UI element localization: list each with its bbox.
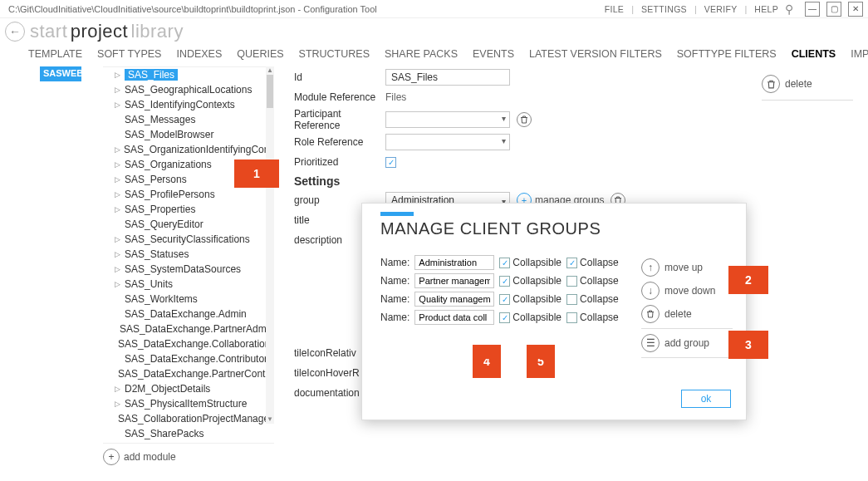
crumb-project[interactable]: project [71, 21, 129, 42]
expand-icon[interactable]: ▷ [115, 145, 120, 154]
tab-indexes[interactable]: INDEXES [176, 48, 222, 60]
tab-template[interactable]: TEMPLATE [28, 48, 82, 60]
tree-item-label: SAS_OrganizationIdentifyingContexts [124, 144, 274, 155]
tree-item[interactable]: SAS_SharePacks [103, 426, 274, 441]
tree-item[interactable]: SAS_Messages [103, 112, 274, 127]
tree-item[interactable]: ▷SAS_IdentifyingContexts [103, 97, 274, 112]
pin-icon[interactable]: ⚲ [785, 2, 793, 16]
tree-item[interactable]: ▷SAS_GeographicalLocations [103, 82, 274, 97]
callout-5: 5 [527, 345, 555, 378]
participantref-combo[interactable] [385, 111, 510, 128]
group-name-input[interactable] [414, 310, 494, 325]
add-module-button[interactable]: + add module [103, 449, 274, 465]
maximize-button[interactable]: ▢ [826, 2, 841, 17]
tree-item[interactable]: ▷SAS_ProfilePersons [103, 187, 274, 202]
tree-item-label: SAS_ProfilePersons [125, 189, 215, 200]
tree-item[interactable]: ▷SAS_Units [103, 277, 274, 292]
scroll-up-icon[interactable]: ▲ [266, 66, 274, 75]
tab-events[interactable]: EVENTS [473, 48, 514, 60]
expand-icon[interactable]: ▷ [115, 175, 121, 184]
collapsible-checkbox[interactable]: ✓ Collapsible [499, 293, 562, 305]
tree-item[interactable]: SAS_DataExchange.Admin [103, 307, 274, 321]
expand-icon[interactable]: ▷ [115, 101, 121, 109]
tab-structures[interactable]: STRUCTURES [299, 48, 370, 60]
tree-item[interactable]: ▷SAS_Participant.Participants [103, 441, 274, 444]
tab-latestversion[interactable]: LATEST VERSION FILTERS [529, 48, 662, 60]
tree-item-label: SAS_Properties [125, 204, 195, 215]
tree-item-label: SAS_SharePacks [125, 428, 204, 439]
expand-icon[interactable]: ▷ [115, 250, 121, 258]
collapse-checkbox[interactable]: Collapse [566, 293, 619, 305]
client-badge[interactable]: SASWEB [40, 66, 81, 81]
tab-clients[interactable]: CLIENTS [792, 48, 836, 60]
menu-verify[interactable]: VERIFY [701, 4, 741, 14]
collapse-checkbox[interactable]: Collapse [566, 275, 619, 287]
collapse-checkbox[interactable]: Collapse [566, 312, 619, 323]
delete-module-button[interactable]: delete [762, 75, 853, 93]
menu-help[interactable]: HELP [751, 4, 782, 14]
tree-item[interactable]: SAS_QueryEditor [103, 217, 274, 232]
expand-icon[interactable]: ▷ [115, 265, 121, 273]
tree-item[interactable]: SAS_ModelBrowser [103, 127, 274, 142]
crumb-library[interactable]: library [131, 21, 184, 42]
collapsible-checkbox[interactable]: ✓ Collapsible [499, 275, 562, 287]
menu-settings[interactable]: SETTINGS [638, 4, 690, 14]
crumb-start[interactable]: start [30, 21, 67, 42]
expand-icon[interactable]: ▷ [115, 71, 121, 79]
minimize-button[interactable]: — [805, 2, 820, 17]
expand-icon[interactable]: ▷ [115, 235, 121, 243]
tree-item-label: SAS_DataExchange.Contributor [125, 353, 267, 365]
scroll-thumb[interactable] [267, 75, 273, 108]
expand-icon[interactable]: ▷ [115, 190, 121, 199]
tab-importattrs[interactable]: IMPORT ATTRIBUTES [851, 48, 868, 60]
tab-softtypes[interactable]: SOFT TYPES [97, 48, 161, 60]
tree-item[interactable]: SAS_WorkItems [103, 292, 274, 307]
tree-item[interactable]: SAS_CollaborationProjectManagement [103, 411, 274, 426]
id-input[interactable] [385, 69, 510, 86]
expand-icon[interactable]: ▷ [115, 160, 121, 169]
tab-queries[interactable]: QUERIES [237, 48, 283, 60]
prioritized-checkbox[interactable]: ✓ [385, 157, 396, 168]
tree-scrollbar[interactable]: ▲ ▼ [266, 66, 274, 424]
tree-item[interactable]: ▷D2M_ObjectDetails [103, 381, 274, 396]
group-name-input[interactable] [414, 273, 494, 288]
participantref-delete[interactable] [517, 112, 532, 127]
moduleref-label: Module Reference [294, 91, 385, 103]
tree-item[interactable]: ▷SAS_SystemDataSources [103, 262, 274, 277]
collapsible-checkbox[interactable]: ✓ Collapsible [499, 257, 562, 268]
add-module-label: add module [124, 451, 176, 463]
group-name-input[interactable] [414, 292, 494, 307]
tree-item-label: SAS_IdentifyingContexts [125, 99, 235, 110]
tree-item[interactable]: ▷SAS_SecurityClassifications [103, 232, 274, 247]
group-name-input[interactable] [414, 255, 494, 270]
expand-icon[interactable]: ▷ [115, 280, 121, 288]
tree-item-label: SAS_DataExchange.PartnerAdmin [120, 323, 274, 335]
window-path: C:\Git\CloudInitiative\CloudInitiative\s… [8, 4, 377, 14]
expand-icon[interactable]: ▷ [115, 400, 121, 408]
dialog-delete-button[interactable]: delete [641, 305, 733, 323]
tree-item[interactable]: ▷SAS_Properties [103, 202, 274, 217]
ok-button[interactable]: ok [681, 390, 731, 408]
tree-item[interactable]: SAS_DataExchange.Contributor [103, 351, 274, 366]
collapsible-checkbox[interactable]: ✓ Collapsible [499, 312, 562, 323]
tree-item-label: SAS_SecurityClassifications [125, 233, 250, 245]
tree-item[interactable]: SAS_DataExchange.PartnerAdmin [103, 321, 274, 336]
tab-softtypefilters[interactable]: SOFTTYPE FILTERS [677, 48, 777, 60]
tree-item[interactable]: ▷SAS_OrganizationIdentifyingContexts [103, 142, 274, 157]
back-button[interactable]: ← [5, 22, 25, 42]
delete-label: delete [785, 78, 812, 90]
close-button[interactable]: ✕ [848, 2, 863, 17]
tree-item[interactable]: ▷SAS_Files [103, 67, 274, 82]
collapse-checkbox[interactable]: ✓ Collapse [566, 257, 619, 268]
tree-item[interactable]: SAS_DataExchange.CollaborationManager [103, 336, 274, 351]
menu-file[interactable]: FILE [601, 4, 627, 14]
tree-item[interactable]: ▷SAS_Statuses [103, 247, 274, 262]
tab-sharepacks[interactable]: SHARE PACKS [385, 48, 458, 60]
scroll-down-icon[interactable]: ▼ [266, 415, 274, 424]
expand-icon[interactable]: ▷ [115, 205, 121, 214]
tree-item[interactable]: SAS_DataExchange.PartnerContributor [103, 366, 274, 381]
expand-icon[interactable]: ▷ [115, 385, 121, 393]
roleref-combo[interactable] [385, 134, 510, 150]
expand-icon[interactable]: ▷ [115, 86, 121, 94]
tree-item[interactable]: ▷SAS_PhysicalItemStructure [103, 396, 274, 411]
